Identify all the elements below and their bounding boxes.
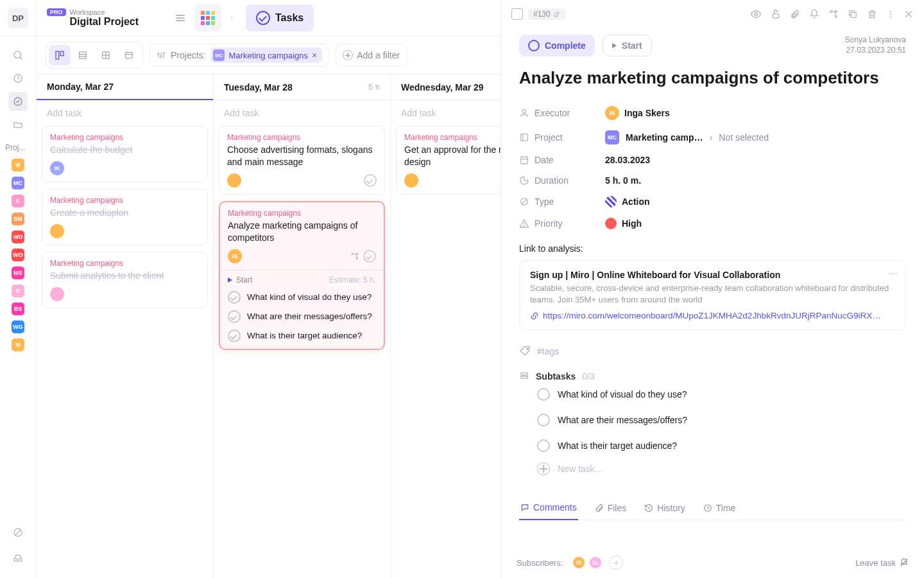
tab-history[interactable]: History xyxy=(643,496,687,520)
chip-remove-icon[interactable]: × xyxy=(312,50,317,60)
project-square[interactable]: WD xyxy=(12,231,24,243)
add-task-button[interactable]: Add task xyxy=(391,100,501,126)
add-filter-button[interactable]: Add a filter xyxy=(336,44,407,67)
project-square[interactable]: WO xyxy=(12,249,24,261)
subtask-item[interactable]: What is their target audience? xyxy=(519,433,906,459)
trash-icon[interactable] xyxy=(867,9,877,19)
link-more-icon[interactable]: ⋯ xyxy=(889,268,899,279)
task-title[interactable]: Analyze marketing campaigns of competito… xyxy=(519,68,906,88)
link-url[interactable]: https://miro.com/welcomeonboard/MUpoZ1JK… xyxy=(530,311,895,320)
row-type[interactable]: Type Action xyxy=(519,191,906,213)
add-task-button[interactable]: Add task xyxy=(37,100,213,126)
column-header[interactable]: Monday, Mar 27 xyxy=(37,74,213,100)
menu-icon[interactable] xyxy=(174,12,187,24)
branch-icon[interactable] xyxy=(828,9,839,19)
project-square[interactable]: E xyxy=(12,285,24,297)
subtask-checkbox[interactable] xyxy=(537,388,550,401)
priority-dot-icon xyxy=(605,218,617,229)
task-card[interactable]: Marketing campaignsSubmit analytics to t… xyxy=(42,252,208,308)
task-card[interactable]: Marketing campaignsGet an approval for t… xyxy=(396,126,501,195)
project-square[interactable]: C xyxy=(12,195,24,207)
subtask-item[interactable]: What kind of visual do they use? xyxy=(519,381,906,407)
row-project[interactable]: Project MC Marketing camp… › Not selecte… xyxy=(519,125,906,150)
tags-row[interactable]: #tags xyxy=(519,346,906,357)
main-area: PRO Workspace Digital Project Tasks xyxy=(37,0,501,578)
subscriber-avatar[interactable]: SL xyxy=(588,556,603,570)
row-priority[interactable]: Priority High xyxy=(519,213,906,234)
link-title: Sign up | Miro | Online Whiteboard for V… xyxy=(530,270,895,280)
project-square[interactable]: MS xyxy=(12,267,24,279)
svg-line-5 xyxy=(15,530,21,535)
priority-icon xyxy=(519,218,529,229)
eye-icon[interactable] xyxy=(750,8,762,20)
rail-nav xyxy=(0,37,36,134)
filter-projects[interactable]: Projects: MC Marketing campaigns × xyxy=(150,44,329,67)
project-square[interactable]: SM xyxy=(12,213,24,225)
workspace-meta[interactable]: PRO Workspace Digital Project xyxy=(47,8,166,28)
subscriber-avatar[interactable]: IS xyxy=(572,556,586,570)
subtask-checkbox[interactable] xyxy=(537,414,550,426)
link-card[interactable]: ⋯ Sign up | Miro | Online Whiteboard for… xyxy=(519,260,906,330)
view-list-icon[interactable] xyxy=(72,45,94,66)
row-date[interactable]: Date 28.03.2023 xyxy=(519,150,906,170)
link-section: Link to analysis: ⋯ Sign up | Miro | Onl… xyxy=(519,243,906,330)
bell-icon[interactable] xyxy=(809,9,819,19)
row-executor[interactable]: Executor ISInga Skers xyxy=(519,101,906,125)
tasks-icon[interactable] xyxy=(8,92,28,111)
complete-button[interactable]: Complete xyxy=(519,35,595,57)
start-button[interactable]: Start xyxy=(603,35,652,57)
svg-rect-11 xyxy=(80,52,87,59)
task-card[interactable]: Marketing campaignsCreate a mediaplan xyxy=(42,189,208,245)
view-cards-icon[interactable] xyxy=(118,45,140,66)
task-card[interactable]: Marketing campaignsChoose advertising fo… xyxy=(219,126,385,195)
attachment-icon[interactable] xyxy=(790,9,800,19)
bell-off-icon xyxy=(900,558,909,567)
row-duration[interactable]: Duration 5 h. 0 m. xyxy=(519,170,906,191)
subtask-checkbox[interactable] xyxy=(537,439,550,452)
tag-icon xyxy=(519,346,531,357)
add-subtask[interactable]: New task... xyxy=(519,459,906,479)
folder-icon[interactable] xyxy=(8,115,28,134)
add-task-button[interactable]: Add task xyxy=(214,100,390,126)
search-icon[interactable] xyxy=(8,46,28,65)
link-icon xyxy=(530,311,539,320)
tasks-tab[interactable]: Tasks xyxy=(246,4,314,31)
tab-files[interactable]: Files xyxy=(594,496,628,520)
column-header[interactable]: Wednesday, Mar 29 xyxy=(391,74,501,100)
block-icon[interactable] xyxy=(8,523,28,542)
tab-time[interactable]: Time xyxy=(702,496,737,520)
project-square[interactable]: M xyxy=(12,338,24,351)
clock-icon[interactable] xyxy=(8,69,28,88)
project-square[interactable]: MC xyxy=(12,177,24,189)
view-board-icon[interactable] xyxy=(49,45,71,66)
project-square[interactable]: WG xyxy=(12,320,24,333)
more-icon[interactable]: ⋮ xyxy=(886,9,894,19)
check-icon xyxy=(256,11,270,25)
inbox-icon[interactable] xyxy=(8,548,28,568)
task-card[interactable]: Marketing campaignsAnalyze marketing cam… xyxy=(219,201,385,350)
filter-label: Projects: xyxy=(171,50,205,60)
task-author: Sonya Lukyanova 27.03.2023 20:51 xyxy=(845,35,906,55)
close-icon[interactable] xyxy=(903,9,914,19)
workspace-badge[interactable]: DP xyxy=(8,8,28,28)
apps-icon[interactable] xyxy=(194,4,221,31)
filter-chip-project[interactable]: MC Marketing campaigns × xyxy=(210,48,322,63)
view-table-icon[interactable] xyxy=(95,45,117,66)
chevron-right-icon: › xyxy=(710,132,713,143)
subtask-item[interactable]: What are their messages/offers? xyxy=(519,407,906,433)
leave-task-button[interactable]: Leave task xyxy=(855,558,909,568)
task-id[interactable]: #130 xyxy=(528,8,565,20)
svg-point-0 xyxy=(14,51,21,58)
ring-icon xyxy=(528,40,540,51)
panel-tabs: Comments Files History Time xyxy=(519,496,906,520)
task-card[interactable]: Marketing campaignsCalculate the budgetI… xyxy=(42,126,208,182)
lock-icon[interactable] xyxy=(771,9,781,19)
plus-circle-icon xyxy=(343,50,353,60)
project-square[interactable]: W xyxy=(12,159,24,171)
copy-icon[interactable] xyxy=(848,9,858,19)
tab-comments[interactable]: Comments xyxy=(519,496,578,520)
column-header[interactable]: Tuesday, Mar 285 h xyxy=(214,74,390,100)
type-icon xyxy=(519,197,529,207)
add-subscriber-button[interactable]: + xyxy=(609,556,623,570)
project-square[interactable]: BS xyxy=(12,302,24,315)
